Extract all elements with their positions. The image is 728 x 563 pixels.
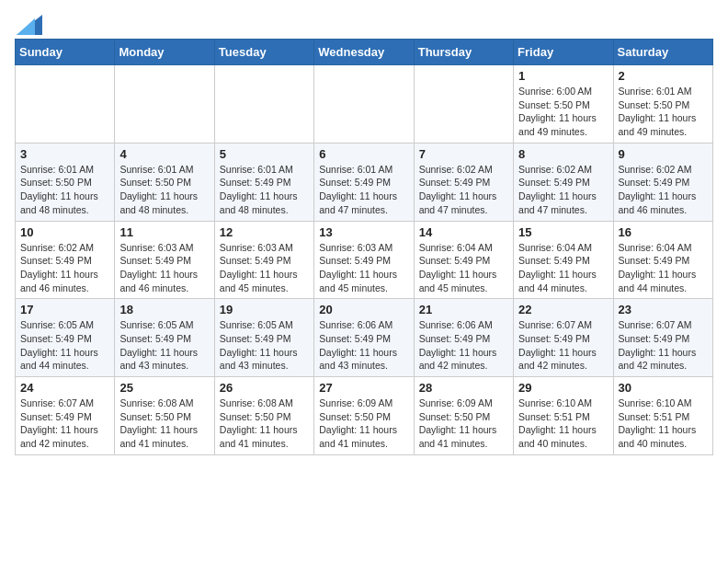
weekday-header-sunday: Sunday — [16, 40, 115, 65]
weekday-header-tuesday: Tuesday — [214, 40, 313, 65]
calendar-cell — [16, 65, 115, 144]
day-number: 6 — [319, 147, 408, 161]
weekday-header-wednesday: Wednesday — [314, 40, 414, 65]
day-number: 2 — [619, 69, 708, 83]
day-number: 23 — [619, 303, 708, 316]
cell-info: Sunrise: 6:04 AM Sunset: 5:49 PM Dayligh… — [419, 241, 508, 295]
logo-icon — [17, 15, 42, 35]
cell-info: Sunrise: 6:10 AM Sunset: 5:51 PM Dayligh… — [518, 396, 608, 451]
cell-info: Sunrise: 6:02 AM Sunset: 5:49 PM Dayligh… — [518, 163, 608, 217]
day-number: 9 — [619, 147, 708, 161]
day-number: 22 — [518, 303, 608, 316]
calendar-week-row: 24Sunrise: 6:07 AM Sunset: 5:49 PM Dayli… — [16, 377, 713, 455]
svg-marker-1 — [17, 18, 35, 35]
calendar-cell — [314, 65, 414, 144]
calendar-week-row: 17Sunrise: 6:05 AM Sunset: 5:49 PM Dayli… — [16, 299, 713, 377]
calendar-cell: 1Sunrise: 6:00 AM Sunset: 5:50 PM Daylig… — [514, 65, 613, 144]
cell-info: Sunrise: 6:09 AM Sunset: 5:50 PM Dayligh… — [419, 396, 508, 451]
day-number: 30 — [619, 381, 708, 395]
day-number: 8 — [518, 147, 608, 161]
calendar-cell: 17Sunrise: 6:05 AM Sunset: 5:49 PM Dayli… — [16, 299, 115, 377]
cell-info: Sunrise: 6:05 AM Sunset: 5:49 PM Dayligh… — [220, 318, 309, 373]
day-number: 28 — [419, 381, 508, 395]
day-number: 27 — [319, 381, 408, 395]
day-number: 3 — [20, 147, 109, 161]
cell-info: Sunrise: 6:01 AM Sunset: 5:50 PM Dayligh… — [119, 163, 209, 217]
calendar-cell: 22Sunrise: 6:07 AM Sunset: 5:49 PM Dayli… — [514, 299, 613, 377]
calendar-cell: 7Sunrise: 6:02 AM Sunset: 5:49 PM Daylig… — [414, 143, 513, 221]
calendar-cell: 28Sunrise: 6:09 AM Sunset: 5:50 PM Dayli… — [414, 377, 513, 455]
calendar-week-row: 1Sunrise: 6:00 AM Sunset: 5:50 PM Daylig… — [16, 65, 713, 144]
weekday-header-friday: Friday — [514, 40, 613, 65]
day-number: 25 — [119, 381, 209, 395]
calendar-cell: 8Sunrise: 6:02 AM Sunset: 5:49 PM Daylig… — [514, 143, 613, 221]
day-number: 26 — [220, 381, 309, 395]
cell-info: Sunrise: 6:00 AM Sunset: 5:50 PM Dayligh… — [518, 85, 608, 139]
cell-info: Sunrise: 6:02 AM Sunset: 5:49 PM Dayligh… — [619, 163, 708, 217]
calendar-cell — [115, 65, 214, 144]
cell-info: Sunrise: 6:05 AM Sunset: 5:49 PM Dayligh… — [119, 318, 209, 373]
day-number: 17 — [20, 303, 109, 316]
calendar-cell: 2Sunrise: 6:01 AM Sunset: 5:50 PM Daylig… — [613, 65, 712, 144]
logo — [15, 15, 42, 29]
calendar-cell: 20Sunrise: 6:06 AM Sunset: 5:49 PM Dayli… — [314, 299, 414, 377]
day-number: 19 — [220, 303, 309, 316]
cell-info: Sunrise: 6:07 AM Sunset: 5:49 PM Dayligh… — [20, 396, 109, 451]
cell-info: Sunrise: 6:08 AM Sunset: 5:50 PM Dayligh… — [220, 396, 309, 451]
calendar-cell: 27Sunrise: 6:09 AM Sunset: 5:50 PM Dayli… — [314, 377, 414, 455]
calendar-cell: 26Sunrise: 6:08 AM Sunset: 5:50 PM Dayli… — [214, 377, 313, 455]
calendar-cell: 23Sunrise: 6:07 AM Sunset: 5:49 PM Dayli… — [613, 299, 712, 377]
calendar-cell: 12Sunrise: 6:03 AM Sunset: 5:49 PM Dayli… — [214, 221, 313, 299]
cell-info: Sunrise: 6:03 AM Sunset: 5:49 PM Dayligh… — [220, 241, 309, 295]
cell-info: Sunrise: 6:07 AM Sunset: 5:49 PM Dayligh… — [518, 318, 608, 373]
day-number: 1 — [518, 69, 608, 83]
cell-info: Sunrise: 6:02 AM Sunset: 5:49 PM Dayligh… — [20, 241, 109, 295]
calendar-cell — [414, 65, 513, 144]
day-number: 20 — [319, 303, 408, 316]
cell-info: Sunrise: 6:01 AM Sunset: 5:50 PM Dayligh… — [619, 85, 708, 139]
day-number: 12 — [220, 225, 309, 239]
cell-info: Sunrise: 6:06 AM Sunset: 5:49 PM Dayligh… — [319, 318, 408, 373]
cell-info: Sunrise: 6:05 AM Sunset: 5:49 PM Dayligh… — [20, 318, 109, 373]
day-number: 16 — [619, 225, 708, 239]
cell-info: Sunrise: 6:04 AM Sunset: 5:49 PM Dayligh… — [518, 241, 608, 295]
day-number: 10 — [20, 225, 109, 239]
calendar-cell: 6Sunrise: 6:01 AM Sunset: 5:49 PM Daylig… — [314, 143, 414, 221]
page-header — [15, 15, 713, 29]
day-number: 29 — [518, 381, 608, 395]
cell-info: Sunrise: 6:02 AM Sunset: 5:49 PM Dayligh… — [419, 163, 508, 217]
calendar-cell: 4Sunrise: 6:01 AM Sunset: 5:50 PM Daylig… — [115, 143, 214, 221]
day-number: 11 — [119, 225, 209, 239]
calendar-cell: 5Sunrise: 6:01 AM Sunset: 5:49 PM Daylig… — [214, 143, 313, 221]
day-number: 5 — [220, 147, 309, 161]
weekday-header-monday: Monday — [115, 40, 214, 65]
day-number: 18 — [119, 303, 209, 316]
calendar-cell: 24Sunrise: 6:07 AM Sunset: 5:49 PM Dayli… — [16, 377, 115, 455]
calendar-week-row: 3Sunrise: 6:01 AM Sunset: 5:50 PM Daylig… — [16, 143, 713, 221]
calendar-cell — [214, 65, 313, 144]
calendar-cell: 14Sunrise: 6:04 AM Sunset: 5:49 PM Dayli… — [414, 221, 513, 299]
day-number: 21 — [419, 303, 508, 316]
day-number: 13 — [319, 225, 408, 239]
cell-info: Sunrise: 6:03 AM Sunset: 5:49 PM Dayligh… — [319, 241, 408, 295]
day-number: 24 — [20, 381, 109, 395]
weekday-header-thursday: Thursday — [414, 40, 513, 65]
calendar-cell: 13Sunrise: 6:03 AM Sunset: 5:49 PM Dayli… — [314, 221, 414, 299]
calendar-cell: 18Sunrise: 6:05 AM Sunset: 5:49 PM Dayli… — [115, 299, 214, 377]
calendar-cell: 25Sunrise: 6:08 AM Sunset: 5:50 PM Dayli… — [115, 377, 214, 455]
day-number: 14 — [419, 225, 508, 239]
calendar-cell: 29Sunrise: 6:10 AM Sunset: 5:51 PM Dayli… — [514, 377, 613, 455]
cell-info: Sunrise: 6:01 AM Sunset: 5:49 PM Dayligh… — [319, 163, 408, 217]
cell-info: Sunrise: 6:03 AM Sunset: 5:49 PM Dayligh… — [119, 241, 209, 295]
weekday-header-saturday: Saturday — [613, 40, 712, 65]
calendar-cell: 19Sunrise: 6:05 AM Sunset: 5:49 PM Dayli… — [214, 299, 313, 377]
calendar-cell: 16Sunrise: 6:04 AM Sunset: 5:49 PM Dayli… — [613, 221, 712, 299]
calendar-week-row: 10Sunrise: 6:02 AM Sunset: 5:49 PM Dayli… — [16, 221, 713, 299]
cell-info: Sunrise: 6:10 AM Sunset: 5:51 PM Dayligh… — [619, 396, 708, 451]
cell-info: Sunrise: 6:08 AM Sunset: 5:50 PM Dayligh… — [119, 396, 209, 451]
calendar-cell: 15Sunrise: 6:04 AM Sunset: 5:49 PM Dayli… — [514, 221, 613, 299]
cell-info: Sunrise: 6:07 AM Sunset: 5:49 PM Dayligh… — [619, 318, 708, 373]
cell-info: Sunrise: 6:01 AM Sunset: 5:49 PM Dayligh… — [220, 163, 309, 217]
calendar-table: SundayMondayTuesdayWednesdayThursdayFrid… — [15, 39, 713, 455]
calendar-cell: 3Sunrise: 6:01 AM Sunset: 5:50 PM Daylig… — [16, 143, 115, 221]
